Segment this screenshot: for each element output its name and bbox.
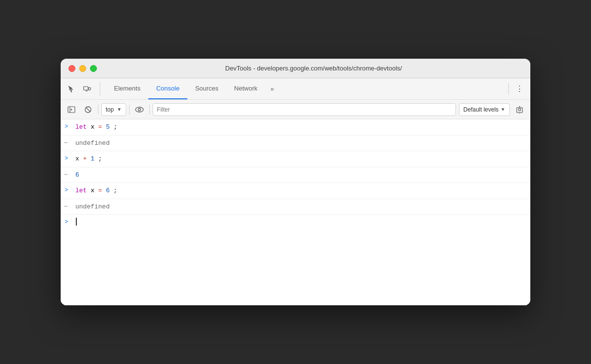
input-arrow-icon: > [65, 186, 71, 194]
console-row: ← 6 [61, 167, 530, 183]
traffic-lights [68, 65, 97, 72]
svg-point-11 [519, 108, 521, 111]
svg-rect-1 [89, 88, 91, 90]
console-prompt [75, 218, 526, 226]
console-row[interactable]: > let x = 6 ; [61, 183, 530, 199]
sidebar-toggle-button[interactable] [65, 103, 78, 116]
toolbar-separator-3 [149, 105, 150, 114]
prompt-arrow-icon: > [65, 218, 71, 226]
console-row: ← undefined [61, 136, 530, 152]
devtools-body: Elements Console Sources Network » ⋮ [61, 78, 530, 305]
svg-rect-0 [84, 87, 88, 90]
toolbar-separator-2 [129, 105, 130, 114]
console-output-value: 6 [75, 170, 526, 180]
context-selector[interactable]: top ▼ [101, 103, 126, 116]
fullscreen-button[interactable] [90, 65, 97, 72]
console-prompt-row[interactable]: > [61, 215, 530, 230]
device-toolbar-button[interactable] [80, 82, 94, 96]
output-arrow-icon: ← [65, 202, 71, 210]
input-arrow-icon: > [65, 122, 71, 130]
console-input-code: let x = 5 ; [75, 122, 526, 132]
window-title: DevTools - developers.google.com/web/too… [105, 65, 523, 72]
more-tabs-button[interactable]: » [265, 82, 279, 96]
tab-console[interactable]: Console [148, 78, 187, 99]
tab-separator [508, 83, 509, 95]
tabs-bar: Elements Console Sources Network » ⋮ [61, 78, 530, 100]
filter-input[interactable] [153, 103, 456, 116]
toolbar-separator-1 [98, 105, 98, 114]
svg-marker-6 [71, 109, 72, 111]
console-output: > let x = 5 ; ← undefined > [61, 119, 530, 305]
cursor [76, 218, 77, 226]
console-output-value: undefined [75, 138, 526, 148]
context-arrow-icon: ▼ [117, 107, 122, 112]
inspect-element-button[interactable] [65, 82, 78, 96]
output-arrow-icon: ← [65, 170, 71, 178]
clear-console-button[interactable] [81, 103, 95, 116]
settings-button[interactable] [513, 103, 526, 116]
tab-network[interactable]: Network [227, 78, 266, 99]
titlebar: DevTools - developers.google.com/web/too… [61, 59, 530, 78]
console-input-code: let x = 6 ; [75, 186, 526, 196]
levels-arrow-icon: ▼ [500, 107, 505, 112]
console-output-value: undefined [75, 202, 526, 212]
input-arrow-icon: > [65, 154, 71, 162]
devtools-window: DevTools - developers.google.com/web/too… [61, 59, 530, 305]
devtools-menu-button[interactable]: ⋮ [513, 82, 526, 96]
svg-point-10 [138, 108, 140, 111]
console-row[interactable]: > let x = 5 ; [61, 119, 530, 136]
console-row: ← undefined [61, 199, 530, 215]
tabs-list: Elements Console Sources Network » [106, 78, 504, 99]
svg-line-8 [86, 108, 90, 112]
console-row[interactable]: > x + 1 ; [61, 151, 530, 167]
tab-elements[interactable]: Elements [106, 78, 148, 99]
minimize-button[interactable] [79, 65, 86, 72]
tab-icon-group [65, 82, 100, 96]
output-arrow-icon: ← [65, 138, 71, 146]
tab-sources[interactable]: Sources [187, 78, 227, 99]
log-levels-button[interactable]: Default levels ▼ [459, 103, 510, 116]
close-button[interactable] [68, 65, 75, 72]
live-expressions-button[interactable] [133, 103, 146, 116]
console-toolbar: top ▼ Default levels ▼ [61, 100, 530, 119]
console-input-code: x + 1 ; [75, 154, 526, 164]
svg-point-9 [136, 107, 143, 112]
